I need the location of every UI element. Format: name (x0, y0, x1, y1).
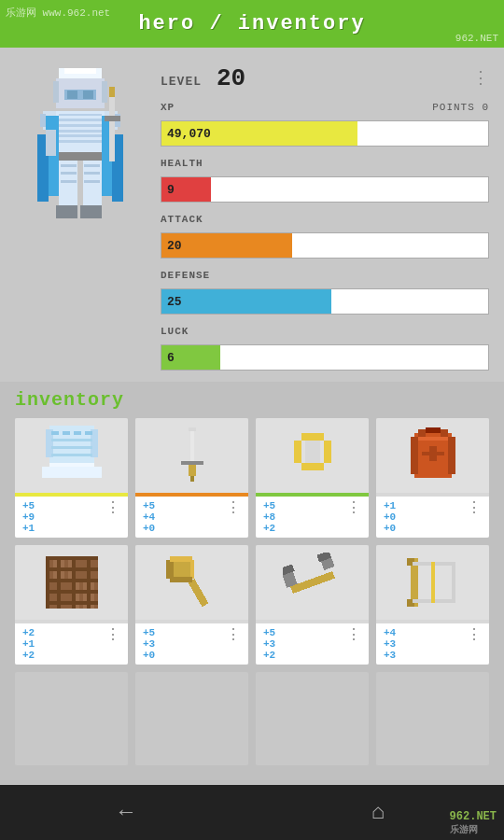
item-stats-row: +5+9+1⋮ (15, 497, 128, 538)
svg-rect-54 (189, 465, 196, 476)
home-button[interactable]: ⌂ (341, 794, 415, 832)
svg-rect-61 (305, 441, 320, 463)
item-menu-dots[interactable]: ⋮ (105, 500, 120, 518)
item-card[interactable]: +5+4+0⋮ (135, 418, 248, 538)
svg-rect-91 (170, 556, 192, 562)
svg-rect-35 (109, 95, 115, 161)
luck-value: 6 (167, 351, 175, 365)
item-stats: +4+3+3 (384, 627, 396, 661)
svg-rect-29 (61, 180, 77, 183)
item-image-area (15, 545, 128, 620)
svg-rect-49 (51, 446, 92, 449)
watermark-bottom: 962.NET乐游网 (450, 810, 497, 836)
item-card[interactable]: +2+1+2⋮ (15, 545, 128, 665)
item-menu-dots[interactable]: ⋮ (226, 500, 241, 518)
item-menu-dots[interactable]: ⋮ (467, 500, 482, 518)
svg-rect-15 (59, 119, 102, 121)
item-image-area (135, 545, 248, 620)
level-row: LEVEL 20 ⋮ (161, 64, 489, 92)
item-card[interactable]: +5+3+0⋮ (135, 545, 248, 665)
xp-bar: 49,070 (161, 120, 489, 147)
level-label: LEVEL (161, 75, 202, 89)
defense-label: DEFENSE (161, 270, 210, 281)
svg-rect-46 (74, 431, 81, 435)
item-stat: +3 (263, 638, 275, 650)
item-menu-dots[interactable]: ⋮ (105, 627, 120, 645)
defense-value: 25 (167, 295, 182, 309)
back-button[interactable]: ← (89, 794, 163, 832)
item-card[interactable]: +1+0+0⋮ (376, 418, 489, 538)
item-menu-dots[interactable]: ⋮ (346, 500, 361, 518)
item-stats-row: +5+8+2⋮ (256, 497, 369, 538)
svg-rect-14 (59, 114, 102, 117)
item-stat: +2 (263, 523, 275, 534)
luck-bar: 6 (161, 344, 489, 371)
svg-rect-64 (448, 437, 455, 474)
svg-rect-87 (188, 579, 208, 607)
attack-bar: 20 (161, 232, 489, 259)
svg-rect-34 (80, 205, 102, 218)
item-stats-row: +5+4+0⋮ (135, 497, 248, 538)
item-card[interactable]: +5+9+1⋮ (15, 418, 128, 538)
svg-rect-45 (63, 431, 70, 435)
svg-rect-93 (290, 571, 335, 594)
xp-value: 49,070 (167, 127, 211, 141)
svg-rect-92 (170, 577, 192, 582)
item-stats: +5+4+0 (143, 500, 155, 534)
attack-value: 20 (167, 239, 182, 253)
item-menu-dots[interactable]: ⋮ (346, 627, 361, 645)
svg-rect-57 (294, 441, 301, 463)
svg-rect-63 (411, 437, 418, 474)
points-label: POINTS 0 (432, 102, 489, 113)
item-card[interactable]: +5+8+2⋮ (256, 418, 369, 538)
item-stat: +1 (22, 638, 35, 650)
item-card[interactable]: +4+3+3⋮ (376, 545, 489, 665)
hero-sprite-container (15, 61, 146, 372)
svg-rect-16 (59, 124, 102, 127)
svg-rect-18 (59, 134, 102, 137)
svg-rect-52 (189, 427, 196, 431)
menu-dots[interactable]: ⋮ (472, 70, 489, 87)
svg-rect-27 (61, 164, 77, 167)
svg-rect-19 (59, 140, 102, 143)
svg-rect-84 (46, 579, 98, 582)
item-stats: +2+1+2 (22, 627, 35, 661)
item-stat: +3 (143, 638, 155, 650)
item-stat: +3 (384, 650, 396, 661)
item-menu-dots[interactable]: ⋮ (226, 627, 241, 645)
page-title: hero / inventory (138, 12, 365, 35)
item-stat: +2 (22, 627, 35, 638)
main-content: LEVEL 20 ⋮ XP POINTS 0 49,070 HEALTH 9 (0, 48, 504, 785)
level-value: 20 (217, 64, 245, 92)
inventory-section: inventory +5+9+1⋮ +5+4+0⋮ +5+8+2⋮ (0, 382, 504, 769)
svg-rect-68 (426, 427, 441, 433)
item-image-area (376, 545, 489, 620)
svg-rect-85 (46, 590, 98, 594)
item-menu-dots[interactable]: ⋮ (467, 627, 482, 645)
luck-label: LUCK (161, 326, 189, 337)
defense-bar: 25 (161, 288, 489, 315)
defense-label-row: DEFENSE (161, 266, 489, 283)
item-stat: +3 (384, 638, 396, 650)
svg-rect-82 (46, 556, 98, 560)
svg-rect-48 (51, 439, 92, 441)
item-stats-row: +5+3+2⋮ (256, 623, 369, 665)
svg-rect-32 (84, 180, 100, 183)
svg-rect-89 (166, 560, 174, 579)
svg-rect-31 (84, 172, 100, 175)
svg-rect-33 (56, 205, 77, 218)
item-stats: +5+3+0 (143, 627, 155, 661)
item-image-area (376, 418, 489, 493)
item-stat: +1 (22, 523, 35, 534)
svg-rect-103 (452, 564, 455, 601)
item-stat: +5 (143, 500, 155, 511)
svg-rect-66 (418, 429, 426, 437)
item-stat: +2 (22, 650, 35, 661)
svg-rect-5 (64, 68, 96, 74)
item-stat: +1 (384, 500, 396, 511)
item-card[interactable]: +5+3+2⋮ (256, 545, 369, 665)
item-stats-row: +5+3+0⋮ (135, 623, 248, 665)
svg-rect-104 (431, 562, 435, 603)
back-icon: ← (119, 800, 133, 825)
health-value: 9 (167, 183, 175, 197)
